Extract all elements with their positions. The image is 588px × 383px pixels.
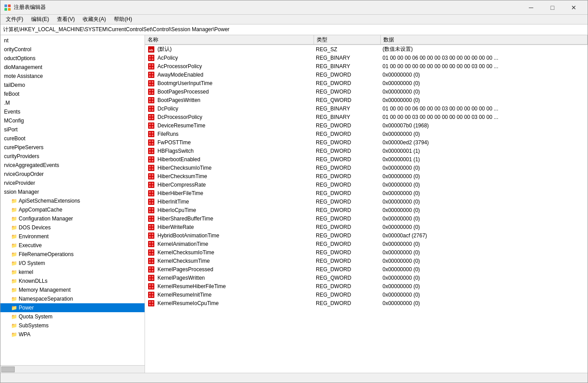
table-row[interactable]: BootPagesWrittenREG_QWORD0x00000000 (0) <box>145 96 588 104</box>
table-row[interactable]: KernelPagesProcessedREG_DWORD0x00000000 … <box>145 265 588 273</box>
svg-rect-118 <box>152 242 153 244</box>
table-row[interactable]: ab (默认)REG_SZ(数值未设置) <box>145 45 588 53</box>
tree-item[interactable]: Events <box>0 107 145 116</box>
tree-item[interactable]: 📁kernel <box>0 268 145 277</box>
table-row[interactable]: KernelChecksumTimeREG_DWORD0x00000000 (0… <box>145 257 588 265</box>
registry-icon <box>147 70 156 79</box>
svg-rect-92 <box>149 200 151 201</box>
table-row[interactable]: AcProcessorPolicyREG_BINARY01 00 00 00 0… <box>145 62 588 70</box>
tree-item[interactable]: 📁AppCompatCache <box>0 205 145 214</box>
table-row[interactable]: AwayModeEnabledREG_DWORD0x00000000 (0) <box>145 70 588 79</box>
title-bar: 注册表编辑器 ─ □ ✕ <box>0 0 588 15</box>
table-row[interactable]: HiberChecksumTimeREG_DWORD0x00000000 (0) <box>145 172 588 180</box>
tree-item[interactable]: 📁SubSystems <box>0 321 145 330</box>
reg-type: REG_DWORD <box>314 224 381 230</box>
table-row[interactable]: DcPolicyREG_BINARY01 00 00 00 06 00 00 0… <box>145 104 588 113</box>
table-row[interactable]: HBFlagsSwitchREG_DWORD0x00000001 (1) <box>145 147 588 155</box>
svg-rect-132 <box>149 267 151 269</box>
left-panel: ntorityControloductOptionsdioManagementm… <box>0 35 145 373</box>
col-header-data[interactable]: 数据 <box>381 35 588 44</box>
table-row[interactable]: BootPagesProcessedREG_DWORD0x00000000 (0… <box>145 87 588 96</box>
svg-rect-105 <box>152 219 153 221</box>
menu-view[interactable]: 查看(V) <box>53 15 78 24</box>
table-row[interactable]: KernelResumeHiberFileTimeREG_DWORD0x0000… <box>145 282 588 290</box>
tree-item[interactable]: 📁Quota System <box>0 312 145 321</box>
tree-item[interactable]: curePipeServers <box>0 143 145 152</box>
tree-item[interactable]: 📁I/O System <box>0 259 145 268</box>
registry-icon <box>147 273 156 282</box>
menu-favorites[interactable]: 收藏夹(A) <box>79 15 109 24</box>
reg-name: BootPagesWritten <box>156 97 314 103</box>
table-row[interactable]: HiberSharedBufferTimeREG_DWORD0x00000000… <box>145 214 588 223</box>
table-row[interactable]: KernelPagesWrittenREG_QWORD0x00000000 (0… <box>145 273 588 282</box>
menu-help[interactable]: 帮助(H) <box>110 15 136 24</box>
table-row[interactable]: HiberWriteRateREG_DWORD0x00000000 (0) <box>145 223 588 231</box>
tree-item[interactable]: rviceGroupOrder <box>0 170 145 179</box>
table-row[interactable]: HiberInitTimeREG_DWORD0x00000000 (0) <box>145 197 588 206</box>
table-row[interactable]: HybridBootAnimationTimeREG_DWORD0x00000a… <box>145 231 588 240</box>
reg-data: 0x00000000 (0) <box>381 182 588 188</box>
table-row[interactable]: BootmgrUserInputTimeREG_DWORD0x00000000 … <box>145 79 588 87</box>
tree-item[interactable]: curityProviders <box>0 152 145 161</box>
tree-item[interactable]: MConfig <box>0 116 145 125</box>
table-row[interactable]: HiberCompressRateREG_DWORD0x00000000 (0) <box>145 180 588 189</box>
table-row[interactable]: DcProcessorPolicyREG_BINARY01 00 00 00 0… <box>145 113 588 121</box>
registry-list[interactable]: ab (默认)REG_SZ(数值未设置) AcPolicyREG_BINARY0… <box>145 45 588 373</box>
tree-item[interactable]: 📁ApiSetSchemaExtensions <box>0 196 145 205</box>
svg-rect-62 <box>149 149 151 151</box>
tree-item[interactable]: feBoot <box>0 90 145 98</box>
menu-edit[interactable]: 编辑(E) <box>28 15 52 24</box>
tree-item[interactable]: 📁Environment <box>0 232 145 241</box>
tree-item[interactable]: orityControl <box>0 45 145 54</box>
col-header-type[interactable]: 类型 <box>314 35 381 44</box>
svg-rect-117 <box>149 242 151 244</box>
tree-item[interactable]: 📁Configuration Manager <box>0 214 145 223</box>
tree-item[interactable]: rviceProvider <box>0 179 145 187</box>
tree-item[interactable]: 📁NamespaceSeparation <box>0 294 145 303</box>
svg-rect-89 <box>149 194 151 196</box>
svg-rect-3 <box>8 8 11 11</box>
svg-rect-109 <box>149 228 151 229</box>
tree-item[interactable]: 📁KnownDLLs <box>0 277 145 285</box>
reg-type: REG_BINARY <box>314 106 381 112</box>
tree-item[interactable]: 📁FileRenameOperations <box>0 250 145 259</box>
tree-item[interactable]: mote Assistance <box>0 72 145 81</box>
tree-item[interactable]: 📁Power <box>0 303 145 312</box>
tree-item[interactable]: dioManagement <box>0 63 145 72</box>
reg-name: DcPolicy <box>156 106 314 112</box>
maximize-button[interactable]: □ <box>542 1 563 14</box>
tree-item[interactable]: cureBoot <box>0 134 145 143</box>
table-row[interactable]: KernelAnimationTimeREG_DWORD0x00000000 (… <box>145 240 588 248</box>
menu-bar: 文件(F) 编辑(E) 查看(V) 收藏夹(A) 帮助(H) <box>0 15 588 24</box>
table-row[interactable]: AcPolicyREG_BINARY01 00 00 00 06 00 00 0… <box>145 53 588 62</box>
close-button[interactable]: ✕ <box>564 1 584 14</box>
tree-item[interactable]: 📁WPA <box>0 330 145 339</box>
table-row[interactable]: HiberbootEnabledREG_DWORD0x00000001 (1) <box>145 155 588 163</box>
menu-file[interactable]: 文件(F) <box>2 15 27 24</box>
table-row[interactable]: DeviceResumeTimeREG_DWORD0x000007b0 (196… <box>145 121 588 130</box>
tree-item[interactable]: oductOptions <box>0 54 145 63</box>
table-row[interactable]: HiberHiberFileTimeREG_DWORD0x00000000 (0… <box>145 189 588 197</box>
table-row[interactable]: KernelResumeInitTimeREG_DWORD0x00000000 … <box>145 290 588 299</box>
tree-item[interactable]: .M <box>0 98 145 107</box>
table-row[interactable]: FwPOSTTimeREG_DWORD0x00000ed2 (3794) <box>145 138 588 147</box>
tree-item[interactable]: 📁Memory Management <box>0 285 145 294</box>
minimize-button[interactable]: ─ <box>521 1 541 14</box>
tree-item[interactable]: ssion Manager <box>0 187 145 196</box>
reg-type: REG_SZ <box>314 46 381 53</box>
tree-item[interactable]: nt <box>0 36 145 45</box>
table-row[interactable]: KernelResumeIoCpuTimeREG_DWORD0x00000000… <box>145 299 588 307</box>
tree-item[interactable]: 📁DOS Devices <box>0 223 145 232</box>
col-header-name[interactable]: 名称 <box>145 35 314 44</box>
table-row[interactable]: FileRunsREG_DWORD0x00000000 (0) <box>145 130 588 138</box>
tree-view[interactable]: ntorityControloductOptionsdioManagementm… <box>0 35 145 365</box>
horizontal-scrollbar[interactable] <box>0 365 145 373</box>
table-row[interactable]: KernelChecksumIoTimeREG_DWORD0x00000000 … <box>145 248 588 257</box>
reg-name: DcProcessorPolicy <box>156 114 314 120</box>
tree-item[interactable]: rviceAggregatedEvents <box>0 161 145 170</box>
tree-item[interactable]: 📁Executive <box>0 241 145 250</box>
table-row[interactable]: HiberChecksumIoTimeREG_DWORD0x00000000 (… <box>145 163 588 172</box>
tree-item[interactable]: siPort <box>0 125 145 134</box>
table-row[interactable]: HiberIoCpuTimeREG_DWORD0x00000000 (0) <box>145 206 588 214</box>
tree-item[interactable]: tailDemo <box>0 81 145 90</box>
